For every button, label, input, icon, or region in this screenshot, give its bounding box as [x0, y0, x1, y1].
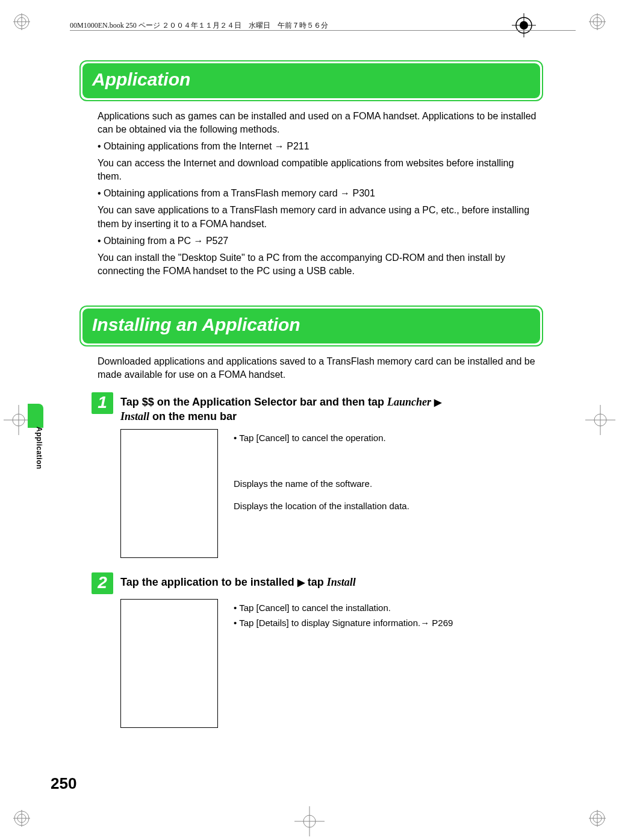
step-body: Tap [Cancel] to cancel the installation.… — [120, 599, 543, 728]
page-number: 250 — [51, 774, 76, 793]
section-body: Downloaded applications and applications… — [98, 355, 537, 381]
crop-mark-icon — [294, 806, 325, 836]
note-text: Displays the location of the installatio… — [234, 500, 409, 513]
step-head-text: Tap $$ on the Application Selector bar a… — [120, 396, 387, 408]
step-heading: Tap $$ on the Application Selector bar a… — [120, 392, 441, 424]
side-tab-label: Application — [28, 427, 43, 469]
note-item: Tap [Cancel] to cancel the operation. — [234, 431, 409, 445]
section-title-installing: Installing an Application — [92, 315, 300, 334]
step-head-text: Tap the application to be installed — [120, 576, 297, 588]
print-header: 00M1000EN.book 250 ページ ２００４年１１月２４日 水曜日 午… — [70, 20, 576, 31]
section-title-application: Application — [92, 69, 190, 89]
step-2: 2 Tap the application to be installed ▶ … — [92, 572, 537, 594]
triangle-right-icon: ▶ — [297, 577, 305, 588]
registration-mark-icon — [589, 13, 606, 30]
intro-text: Downloaded applications and applications… — [98, 355, 537, 381]
step-notes: Tap [Cancel] to cancel the installation.… — [234, 599, 453, 728]
step-head-ital: Install — [120, 410, 149, 422]
step-head-text: on the menu bar — [149, 410, 237, 422]
side-tab-accent — [28, 404, 43, 428]
body-paragraph: You can install the "Desktop Suite" to a… — [98, 251, 537, 278]
step-number: 2 — [92, 572, 113, 594]
step-head-text: tap — [305, 576, 327, 588]
side-tab: Application — [28, 418, 43, 478]
triangle-right-icon: ▶ — [434, 397, 441, 407]
step-1: 1 Tap $$ on the Application Selector bar… — [92, 392, 537, 424]
step-head-ital: Install — [327, 576, 356, 588]
step-number: 1 — [92, 392, 113, 414]
note-item: Tap [Details] to display Signature infor… — [234, 616, 453, 630]
section-box: Installing an Application — [79, 306, 543, 346]
step-notes: Tap [Cancel] to cancel the operation. Di… — [234, 429, 409, 558]
intro-text: Applications such as games can be instal… — [98, 110, 537, 136]
bullet-item: Obtaining from a PC → P527 — [98, 234, 537, 248]
screenshot-placeholder — [120, 599, 218, 728]
section-body: Applications such as games can be instal… — [98, 110, 537, 278]
registration-mark-icon — [13, 13, 30, 30]
header-rule — [70, 30, 576, 31]
step-head-ital: Launcher — [387, 396, 431, 408]
registration-mark-icon — [13, 810, 30, 827]
note-text: Displays the name of the software. — [234, 477, 409, 491]
crop-mark-icon — [585, 405, 615, 435]
note-item: Tap [Cancel] to cancel the installation. — [234, 601, 453, 615]
bullet-item: Obtaining applications from the Internet… — [98, 140, 537, 153]
page-content: Application Applications such as games c… — [79, 60, 543, 728]
screenshot-placeholder — [120, 429, 218, 558]
step-heading: Tap the application to be installed ▶ ta… — [120, 572, 356, 589]
step-body: Tap [Cancel] to cancel the operation. Di… — [120, 429, 543, 558]
registration-mark-icon — [589, 810, 606, 827]
bullet-item: Obtaining applications from a TransFlash… — [98, 187, 537, 200]
body-paragraph: You can access the Internet and download… — [98, 157, 537, 183]
body-paragraph: You can save applications to a TransFlas… — [98, 204, 537, 230]
section-box: Application — [79, 60, 543, 101]
